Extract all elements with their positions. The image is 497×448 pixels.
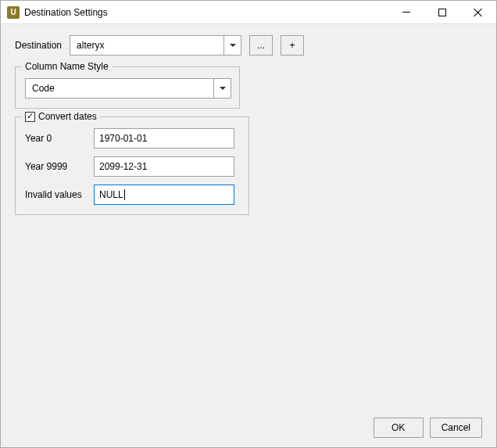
maximize-button[interactable] bbox=[424, 1, 460, 24]
year0-label: Year 0 bbox=[25, 133, 94, 144]
ok-button[interactable]: OK bbox=[374, 418, 424, 438]
column-name-style-group: Column Name Style Code bbox=[15, 66, 240, 109]
year9999-input[interactable]: 2099-12-31 bbox=[94, 156, 234, 177]
invalid-row: Invalid values NULL bbox=[25, 185, 239, 205]
destination-label: Destination bbox=[15, 40, 62, 51]
column-name-style-legend-text: Column Name Style bbox=[25, 61, 109, 72]
cancel-button[interactable]: Cancel bbox=[430, 418, 482, 438]
minimize-button[interactable] bbox=[388, 1, 424, 24]
column-name-style-legend: Column Name Style bbox=[22, 61, 112, 72]
window-title: Destination Settings bbox=[24, 7, 108, 18]
year0-row: Year 0 1970-01-01 bbox=[25, 128, 239, 149]
maximize-icon bbox=[438, 9, 446, 16]
title-bar: U Destination Settings bbox=[1, 1, 496, 24]
year9999-row: Year 9999 2099-12-31 bbox=[25, 156, 239, 177]
column-name-style-value: Code bbox=[26, 79, 213, 98]
convert-dates-legend: Convert dates bbox=[22, 111, 100, 122]
close-icon bbox=[474, 8, 483, 17]
app-icon: U bbox=[7, 6, 20, 19]
year9999-value: 2099-12-31 bbox=[99, 161, 147, 172]
dialog-footer: OK Cancel bbox=[15, 411, 482, 438]
chevron-down-icon bbox=[220, 87, 226, 90]
chevron-down-icon bbox=[230, 44, 236, 47]
destination-combo[interactable]: alteryx bbox=[70, 35, 241, 56]
destination-row: Destination alteryx ... + bbox=[15, 35, 482, 56]
convert-dates-checkbox[interactable] bbox=[25, 112, 35, 122]
convert-dates-group: Convert dates Year 0 1970-01-01 Year 999… bbox=[15, 116, 249, 215]
invalid-values-value: NULL bbox=[99, 189, 123, 200]
destination-combo-button[interactable] bbox=[223, 36, 241, 55]
convert-dates-legend-text: Convert dates bbox=[38, 111, 97, 122]
client-area: Destination alteryx ... + Column Name St… bbox=[1, 24, 496, 447]
browse-button[interactable]: ... bbox=[249, 35, 273, 56]
invalid-values-label: Invalid values bbox=[25, 189, 94, 200]
year0-value: 1970-01-01 bbox=[99, 133, 147, 144]
dialog-window: U Destination Settings Destination alter… bbox=[0, 0, 497, 448]
column-name-style-combo[interactable]: Code bbox=[25, 78, 231, 99]
add-button[interactable]: + bbox=[281, 35, 304, 56]
minimize-icon bbox=[402, 12, 410, 13]
year9999-label: Year 9999 bbox=[25, 161, 94, 172]
close-button[interactable] bbox=[460, 1, 496, 24]
column-name-style-combo-button[interactable] bbox=[213, 79, 231, 98]
year0-input[interactable]: 1970-01-01 bbox=[94, 128, 234, 149]
destination-combo-value: alteryx bbox=[70, 36, 223, 55]
invalid-values-input[interactable]: NULL bbox=[94, 185, 234, 205]
text-caret bbox=[124, 189, 125, 200]
